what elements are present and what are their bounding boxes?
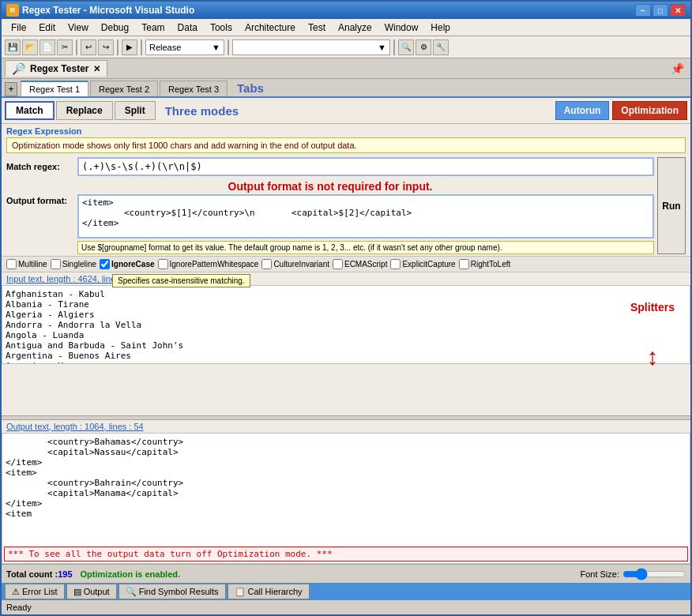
toolbar-separator-1: [76, 39, 77, 55]
output-format-input[interactable]: <item> <country>$[1]</country>\n <capita…: [77, 194, 654, 239]
ecmascript-checkbox-label[interactable]: ECMAScript: [333, 259, 387, 269]
error-list-label: Error List: [22, 587, 58, 596]
menu-tools[interactable]: Tools: [204, 21, 239, 35]
toolbar-icon-6[interactable]: ↪: [98, 39, 114, 55]
tool-window-close-icon[interactable]: ✕: [93, 64, 100, 74]
three-modes-annotation: Three modes: [165, 104, 239, 118]
menu-team[interactable]: Team: [135, 21, 171, 35]
input-header[interactable]: Input text, length : 4624, lines : 196: [2, 272, 690, 285]
toolbar-icon-8[interactable]: 🔍: [398, 39, 414, 55]
menu-view[interactable]: View: [62, 21, 95, 35]
menu-debug[interactable]: Debug: [95, 21, 135, 35]
optimization-button[interactable]: Optimization: [612, 101, 687, 120]
cultureinvariant-checkbox[interactable]: [261, 259, 272, 269]
output-format-annotation: Output format is not required for input.: [6, 178, 654, 194]
toolbar-separator-4: [228, 39, 229, 55]
menu-bar: File Edit View Debug Team Data Tools Arc…: [2, 19, 690, 36]
regex-section-label: Regex Expression: [6, 126, 686, 136]
call-hierarchy-icon: 📋: [235, 587, 246, 597]
target-dropdown[interactable]: ▼: [232, 39, 390, 55]
minimize-button[interactable]: −: [635, 4, 651, 17]
output-area-container: <country>Bahamas</country> <capital>Nass…: [2, 433, 690, 565]
ignorepattern-checkbox[interactable]: [158, 259, 168, 269]
total-count-label: Total count :: [6, 569, 58, 579]
multiline-checkbox-label[interactable]: Multiline: [6, 259, 47, 269]
tab-regex-test-2[interactable]: Regex Test 2: [90, 81, 158, 96]
add-tab-button[interactable]: +: [5, 82, 17, 96]
ignorepattern-checkbox-label[interactable]: IgnorePatternWhitespace: [158, 259, 259, 269]
toolbar-separator-5: [393, 39, 395, 55]
menu-file[interactable]: File: [5, 21, 32, 35]
menu-architecture[interactable]: Architecture: [239, 21, 302, 35]
toolbar: 💾 📂 📄 ✂ ↩ ↪ ▶ Release ▼ ▼ 🔍 ⚙ 🔧: [2, 36, 690, 58]
regex-tester-icon: 🔎: [12, 62, 25, 75]
form-area: Match regex: Output format is not requir…: [2, 156, 690, 256]
form-fields: Match regex: Output format is not requir…: [6, 157, 654, 254]
tab-regex-test-1[interactable]: Regex Test 1: [21, 81, 88, 96]
find-symbol-tab[interactable]: 🔍 Find Symbol Results: [118, 584, 226, 599]
toolbar-icon-4[interactable]: ✂: [57, 39, 73, 55]
toolbar-icon-2[interactable]: 📂: [22, 39, 38, 55]
toolbar-icon-10[interactable]: 🔧: [433, 39, 449, 55]
output-format-label: Output format:: [6, 194, 77, 205]
toolbar-separator-2: [117, 39, 118, 55]
font-size-slider[interactable]: [622, 568, 686, 580]
pin-icon[interactable]: 📌: [668, 62, 687, 75]
close-button[interactable]: ✕: [670, 4, 686, 17]
error-list-icon: ⚠: [12, 587, 20, 597]
test-tabs-bar: + Regex Test 1 Regex Test 2 Regex Test 3…: [2, 79, 690, 98]
call-hierarchy-tab[interactable]: 📋 Call Hierarchy: [228, 584, 310, 599]
find-symbol-icon: 🔍: [126, 587, 137, 597]
replace-button[interactable]: Replace: [56, 101, 113, 120]
toolbar-icon-7[interactable]: ▶: [122, 39, 137, 55]
title-text: Regex Tester - Microsoft Visual Studio: [22, 5, 635, 16]
singleline-checkbox-label[interactable]: Singleline: [51, 259, 96, 269]
window-controls: − □ ✕: [635, 4, 686, 17]
multiline-checkbox[interactable]: [6, 259, 17, 269]
regex-section: Regex Expression Optimization mode shows…: [2, 124, 690, 156]
ecmascript-checkbox[interactable]: [333, 259, 343, 269]
ignorecase-checkbox[interactable]: [100, 259, 110, 269]
ignorecase-checkbox-label[interactable]: IgnoreCase: [100, 259, 154, 269]
tool-window-tab-label: Regex Tester: [30, 63, 88, 74]
tab-regex-test-3[interactable]: Regex Test 3: [160, 81, 228, 96]
maximize-button[interactable]: □: [653, 4, 668, 17]
output-format-area: <item> <country>$[1]</country>\n <capita…: [77, 194, 654, 254]
output-tab-icon: ▤: [73, 587, 81, 597]
output-tab[interactable]: ▤ Output: [66, 584, 117, 599]
toolbar-icon-3[interactable]: 📄: [39, 39, 55, 55]
ready-bar: Ready: [2, 600, 690, 614]
menu-analyze[interactable]: Analyze: [332, 21, 378, 35]
dropdown-arrow-icon: ▼: [212, 43, 220, 52]
righttoleft-checkbox-label[interactable]: RightToLeft: [459, 259, 511, 269]
cultureinvariant-checkbox-label[interactable]: CultureInvariant: [261, 259, 329, 269]
error-list-tab[interactable]: ⚠ Error List: [5, 584, 65, 599]
call-hierarchy-label: Call Hierarchy: [248, 587, 303, 596]
tool-window-tab[interactable]: 🔎 Regex Tester ✕: [5, 60, 107, 77]
input-textarea[interactable]: Afghanistan - Kabul Albania - Tirane Alg…: [2, 285, 690, 364]
menu-data[interactable]: Data: [171, 21, 204, 35]
split-button[interactable]: Split: [115, 101, 156, 120]
match-regex-input[interactable]: [77, 157, 654, 176]
righttoleft-checkbox[interactable]: [459, 259, 469, 269]
ignorecase-tooltip: Specifies case-insensitive matching.: [112, 274, 250, 287]
match-button[interactable]: Match: [5, 101, 55, 120]
autorun-button[interactable]: Autorun: [555, 101, 610, 120]
toolbar-separator-3: [141, 39, 142, 55]
run-button[interactable]: Run: [657, 157, 686, 254]
app-icon: R: [6, 4, 19, 17]
menu-test[interactable]: Test: [302, 21, 332, 35]
menu-edit[interactable]: Edit: [32, 21, 62, 35]
toolbar-icon-1[interactable]: 💾: [5, 39, 21, 55]
explicitcapture-checkbox-label[interactable]: ExplicitCapture: [390, 259, 455, 269]
output-textarea[interactable]: <country>Bahamas</country> <capital>Nass…: [2, 434, 690, 546]
explicitcapture-checkbox[interactable]: [390, 259, 401, 269]
toolbar-icon-9[interactable]: ⚙: [416, 39, 431, 55]
singleline-checkbox[interactable]: [51, 259, 61, 269]
output-warning: *** To see all the output data turn off …: [4, 547, 688, 562]
release-dropdown[interactable]: Release ▼: [145, 39, 224, 55]
menu-help[interactable]: Help: [424, 21, 457, 35]
output-header[interactable]: Output text, length : 1064, lines : 54: [2, 420, 690, 433]
toolbar-icon-5[interactable]: ↩: [81, 39, 96, 55]
menu-window[interactable]: Window: [378, 21, 425, 35]
